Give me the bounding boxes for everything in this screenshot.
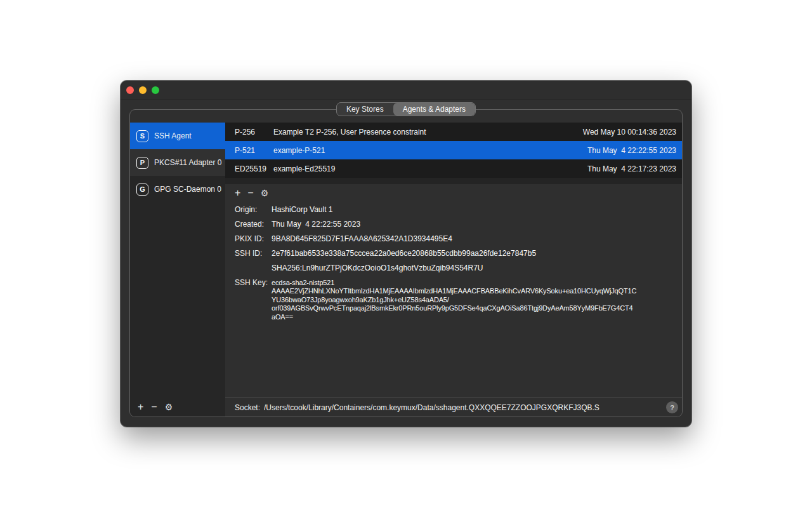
key-name-cell: Example T2 P-256, User Presence constrai… (273, 128, 583, 137)
field-row-created: Created:Thu May 4 22:22:55 2023 (235, 217, 682, 232)
keys-toolbar: + − ⚙ (225, 184, 682, 202)
field-value-pkix-id: 9BA8D645F825D7F1FAAA8A625342A1D3934495E4 (272, 232, 452, 246)
tab-agents-adapters[interactable]: Agents & Adapters (393, 103, 475, 116)
fullscreen-window-button[interactable] (152, 86, 159, 94)
key-date-cell: Thu May 4 22:17:23 2023 (587, 164, 676, 173)
field-label-ssh-key: SSH Key: (235, 276, 272, 321)
traffic-lights (126, 86, 159, 94)
add-key-button[interactable]: + (232, 187, 243, 199)
remove-agent-button[interactable]: − (148, 401, 159, 413)
minimize-window-button[interactable] (139, 86, 147, 94)
field-value-created: Thu May 4 22:22:55 2023 (272, 217, 360, 232)
field-row-ssh-id: SSH ID:2e7f61bab6533e338a75cccea22a0ed6c… (235, 246, 682, 276)
content-panel: SSSH AgentPPKCS#11 Adapter 0GGPG SC-Daem… (129, 109, 683, 417)
detail-spacer (225, 321, 682, 398)
sidebar-item-ssh-agent[interactable]: SSSH Agent (130, 123, 225, 149)
key-name-cell: example-P-521 (273, 146, 587, 155)
field-value-ssh-key: ecdsa-sha2-nistp521 AAAAE2VjZHNhLXNoYTIt… (272, 276, 636, 321)
field-label-origin: Origin: (235, 203, 272, 217)
key-row-p-256[interactable]: P-256Example T2 P-256, User Presence con… (225, 123, 682, 141)
key-date-cell: Wed May 10 00:14:36 2023 (583, 128, 676, 137)
sidebar-toolbar: + − ⚙ (130, 398, 225, 417)
field-value-origin: HashiCorp Vault 1 (272, 203, 333, 217)
socket-path: /Users/tcook/Library/Containers/com.keym… (264, 403, 599, 412)
key-name-cell: example-Ed25519 (273, 164, 587, 173)
keys-table: P-256Example T2 P-256, User Presence con… (225, 123, 682, 184)
sidebar-item-label: GPG SC-Daemon 0 (154, 185, 221, 194)
key-type-cell: P-256 (235, 128, 273, 137)
gpg-sc-daemon-0-icon: G (136, 184, 148, 196)
field-row-origin: Origin:HashiCorp Vault 1 (235, 203, 682, 217)
field-label-pkix-id: PKIX ID: (235, 232, 272, 246)
table-empty-stripe (225, 178, 682, 184)
remove-key-button[interactable]: − (245, 187, 256, 199)
field-value-ssh-id: 2e7f61bab6533e338a75cccea22a0ed6ce20868b… (272, 246, 536, 276)
agent-detail-pane: P-256Example T2 P-256, User Presence con… (225, 123, 682, 417)
pkcs-11-adapter-0-icon: P (136, 157, 148, 169)
key-row-p-521[interactable]: P-521example-P-521Thu May 4 22:22:55 202… (225, 141, 682, 159)
tab-key-stores[interactable]: Key Stores (337, 103, 393, 116)
key-details: Origin:HashiCorp Vault 1Created:Thu May … (225, 202, 682, 321)
field-label-ssh-id: SSH ID: (235, 246, 272, 276)
app-window: Key StoresAgents & Adapters SSSH AgentPP… (121, 81, 691, 427)
key-date-cell: Thu May 4 22:22:55 2023 (587, 146, 676, 155)
socket-label: Socket: (235, 403, 260, 412)
sidebar-item-pkcs-11-adapter-0[interactable]: PPKCS#11 Adapter 0 (130, 149, 225, 176)
field-label-created: Created: (235, 217, 272, 232)
add-agent-button[interactable]: + (135, 401, 146, 413)
agents-list: SSSH AgentPPKCS#11 Adapter 0GGPG SC-Daem… (130, 123, 225, 203)
key-type-cell: ED25519 (235, 164, 273, 173)
view-segmented-control: Key StoresAgents & Adapters (336, 102, 476, 116)
agent-settings-gear-icon[interactable]: ⚙ (162, 401, 176, 413)
titlebar[interactable] (121, 81, 691, 100)
key-settings-gear-icon[interactable]: ⚙ (258, 187, 272, 199)
agents-sidebar: SSSH AgentPPKCS#11 Adapter 0GGPG SC-Daem… (130, 123, 225, 417)
key-type-cell: P-521 (235, 146, 273, 155)
key-row-ed25519[interactable]: ED25519example-Ed25519Thu May 4 22:17:23… (225, 159, 682, 178)
socket-status-bar: Socket: /Users/tcook/Library/Containers/… (225, 398, 682, 417)
sidebar-item-label: PKCS#11 Adapter 0 (154, 158, 222, 167)
field-row-pkix-id: PKIX ID:9BA8D645F825D7F1FAAA8A625342A1D3… (235, 232, 682, 246)
view-tab-strip: Key StoresAgents & Adapters (121, 102, 691, 117)
ssh-agent-icon: S (136, 130, 148, 142)
sidebar-item-gpg-sc-daemon-0[interactable]: GGPG SC-Daemon 0 (130, 176, 225, 203)
help-icon[interactable]: ? (666, 401, 678, 413)
close-window-button[interactable] (126, 86, 134, 94)
sidebar-item-label: SSH Agent (154, 131, 192, 140)
field-row-ssh-key: SSH Key:ecdsa-sha2-nistp521 AAAAE2VjZHNh… (235, 276, 682, 321)
